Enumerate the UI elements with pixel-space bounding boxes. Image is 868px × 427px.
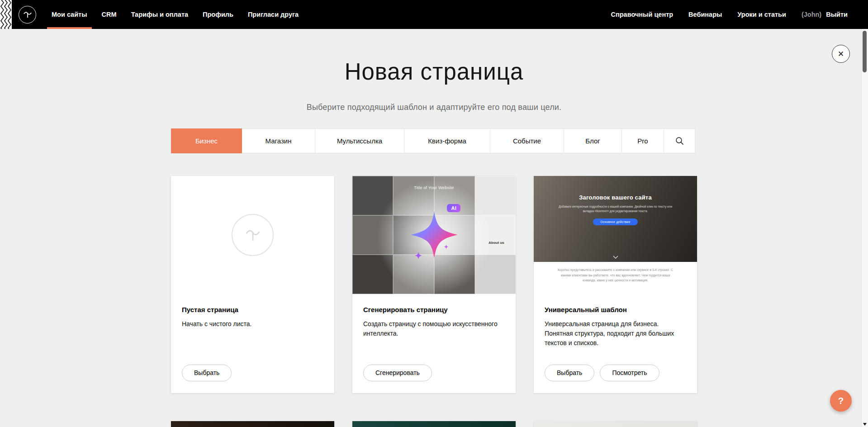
card-description: Начать с чистого листа. — [182, 319, 323, 329]
tilda-logo-icon — [22, 9, 33, 20]
card-description: Универсальная страница для бизнеса. Поня… — [545, 319, 686, 348]
generate-button[interactable]: Сгенерировать — [363, 365, 432, 381]
close-button[interactable]: ✕ — [832, 45, 850, 63]
view-universal-button[interactable]: Посмотреть — [600, 365, 659, 381]
main-navigation: Мои сайты CRM Тарифы и оплата Профиль Пр… — [44, 0, 306, 29]
template-preview-image — [171, 421, 334, 427]
template-card-blank: Пустая страница Начать с чистого листа. … — [171, 176, 334, 393]
nav-item-webinars[interactable]: Вебинары — [688, 11, 722, 18]
card-title: Пустая страница — [182, 306, 323, 313]
template-card-universal: Заголовок вашего сайта Добавьте интересн… — [534, 176, 697, 393]
tab-blog[interactable]: Блог — [564, 128, 622, 153]
ai-generate-preview: Title of Your Website About us — [352, 176, 516, 294]
zigzag-pattern — [0, 0, 12, 29]
template-category-tabs: Бизнес Магазин Мультиссылка Квиз-форма С… — [171, 128, 697, 153]
nav-item-crm[interactable]: CRM — [95, 0, 124, 29]
question-icon: ? — [838, 395, 844, 406]
tiny-sparkle-icon — [444, 244, 449, 249]
tab-pro[interactable]: Pro — [622, 128, 664, 153]
tab-store[interactable]: Магазин — [242, 128, 315, 153]
top-navbar: Мои сайты CRM Тарифы и оплата Профиль Пр… — [0, 0, 868, 29]
page-title: Новая страница — [171, 59, 697, 85]
search-icon — [675, 137, 684, 145]
preview-heading: Заголовок вашего сайта — [579, 194, 652, 201]
scrollbar[interactable] — [861, 29, 868, 427]
nav-item-invite-friend[interactable]: Пригласи друга — [241, 0, 306, 29]
template-card-ai-generate: Title of Your Website About us — [352, 176, 516, 393]
card-description: Создать страницу с помощью искусственног… — [363, 319, 505, 338]
tab-search[interactable] — [664, 128, 695, 153]
preview-body-text: Коротко представьтесь и расскажите о ком… — [557, 267, 674, 294]
preview-cta-button: Основное действие — [593, 218, 637, 225]
tab-multilink[interactable]: Мультиссылка — [315, 128, 404, 153]
secondary-navigation: Справочный центр Вебинары Уроки и статьи… — [611, 11, 848, 18]
tab-event[interactable]: Событие — [490, 128, 564, 153]
preview-subtext: Добавьте интересные подробности о вашей … — [553, 204, 677, 214]
card-title: Сгенерировать страницу — [363, 306, 505, 313]
close-icon: ✕ — [838, 49, 844, 59]
tab-quiz-form[interactable]: Квиз-форма — [404, 128, 490, 153]
preview-body: Коротко представьтесь и расскажите о ком… — [534, 262, 697, 294]
blank-page-preview — [171, 176, 334, 294]
card-actions: Выбрать Посмотреть — [545, 365, 686, 381]
small-sparkle-icon — [414, 251, 422, 260]
universal-template-preview: Заголовок вашего сайта Добавьте интересн… — [534, 176, 697, 294]
card-body: Универсальный шаблон Универсальная стран… — [534, 294, 697, 393]
card-body: Сгенерировать страницу Создать страницу … — [352, 294, 516, 393]
ai-badge: AI — [447, 204, 460, 212]
page-subtitle: Выберите подходящий шаблон и адаптируйте… — [171, 103, 697, 112]
user-logout[interactable]: (John) Выйти — [802, 11, 848, 18]
template-card-row2-1[interactable] — [171, 421, 334, 427]
choose-universal-button[interactable]: Выбрать — [545, 365, 594, 381]
new-page-modal: Новая страница Выберите подходящий шабло… — [171, 29, 697, 427]
template-preview-image — [352, 421, 516, 427]
card-body: Пустая страница Начать с чистого листа. … — [171, 294, 334, 393]
logout-link[interactable]: Выйти — [826, 11, 848, 18]
template-grid: Пустая страница Начать с чистого листа. … — [171, 176, 697, 427]
card-actions: Выбрать — [182, 365, 323, 381]
choose-blank-button[interactable]: Выбрать — [182, 365, 232, 381]
card-title: Универсальный шаблон — [545, 306, 686, 313]
tab-business[interactable]: Бизнес — [171, 128, 242, 153]
chevron-down-icon — [613, 256, 618, 259]
nav-item-help-center[interactable]: Справочный центр — [611, 11, 674, 18]
card-actions: Сгенерировать — [363, 365, 505, 381]
tilda-logo[interactable] — [19, 6, 36, 24]
nav-item-lessons[interactable]: Уроки и статьи — [737, 11, 786, 18]
nav-item-profile[interactable]: Профиль — [195, 0, 241, 29]
template-preview-image — [534, 421, 697, 427]
help-button[interactable]: ? — [830, 390, 852, 412]
nav-item-pricing[interactable]: Тарифы и оплата — [124, 0, 195, 29]
user-name: (John) — [802, 11, 821, 18]
template-card-row2-3[interactable] — [534, 421, 697, 427]
preview-hero: Заголовок вашего сайта Добавьте интересн… — [534, 176, 697, 262]
template-card-row2-2[interactable] — [352, 421, 516, 427]
scrollbar-down-arrow[interactable] — [863, 423, 867, 426]
scrollbar-thumb[interactable] — [863, 31, 867, 72]
nav-item-my-sites[interactable]: Мои сайты — [44, 0, 95, 29]
tilda-watermark-icon — [232, 214, 274, 256]
